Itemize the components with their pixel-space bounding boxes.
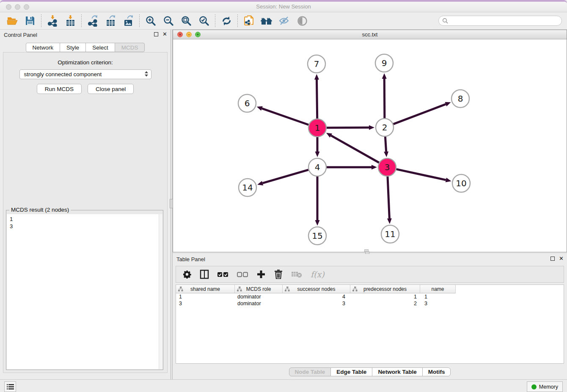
float-panel-icon[interactable] [550,257,555,261]
save-session-icon[interactable] [21,13,39,28]
column-header-shared-name[interactable]: shared name [176,285,235,293]
search-input[interactable] [448,18,561,24]
mcds-result-group: MCDS result (2 nodes) 1 3 [6,210,163,370]
close-panel-icon[interactable]: ✕ [162,32,167,37]
close-panel-icon[interactable]: ✕ [559,256,564,261]
float-panel-icon[interactable] [154,32,158,36]
export-network-icon[interactable] [84,13,102,28]
graph-edge-3-1[interactable] [326,133,379,163]
graph-edge-1-7[interactable] [314,74,319,119]
refresh-icon[interactable] [217,13,235,28]
column-header-mcds-role[interactable]: MCDS role [235,285,283,293]
svg-text:9: 9 [382,58,387,68]
network-canvas[interactable]: 1234678910111415 [173,39,567,252]
zoom-selected-icon[interactable] [195,13,213,28]
tab-network-table[interactable]: Network Table [372,367,422,376]
gear-icon[interactable] [183,270,191,279]
tab-network[interactable]: Network [26,43,61,52]
graph-edge-3-10[interactable] [396,169,451,182]
zoom-in-icon[interactable] [142,13,160,28]
export-image-icon[interactable] [119,13,137,28]
add-column-icon[interactable] [256,270,266,279]
node-table: shared name MCDS role successor nodes pr… [176,284,564,364]
column-header-name[interactable]: name [420,285,456,293]
graph-node-8[interactable]: 8 [451,90,469,108]
tab-edge-table[interactable]: Edge Table [330,367,372,376]
show-panels-icon[interactable] [293,13,311,28]
svg-text:8: 8 [458,94,463,104]
import-table-icon[interactable] [61,13,79,28]
graph-node-7[interactable]: 7 [308,55,325,73]
tab-node-table[interactable]: Node Table [289,367,331,376]
task-history-button[interactable] [4,381,16,392]
cell-name[interactable]: 3 [420,301,456,306]
cell-successor-nodes[interactable]: 3 [283,301,350,306]
search-box[interactable] [438,16,562,26]
svg-text:6: 6 [245,98,250,108]
svg-text:3: 3 [385,162,390,172]
zoom-out-icon[interactable] [160,13,177,28]
open-session-icon[interactable] [3,13,21,28]
graph-edge-2-8[interactable] [394,102,451,124]
home-icon[interactable] [258,13,275,28]
graph-edge-1-4[interactable] [315,137,320,157]
criterion-select[interactable]: strongly connected component [19,69,151,79]
close-panel-button[interactable]: Close panel [88,84,134,94]
graph-node-2[interactable]: 2 [376,119,394,136]
graph-edge-3-11[interactable] [387,177,392,224]
mcds-result-title: MCDS result (2 nodes) [9,207,71,213]
select-all-icon[interactable] [217,271,228,277]
graph-node-9[interactable]: 9 [375,54,393,72]
tree-icon [285,287,290,292]
column-header-successor-nodes[interactable]: successor nodes [283,285,350,293]
tab-select[interactable]: Select [85,43,115,52]
mcds-result-text[interactable]: 1 3 [7,214,162,369]
table-panel-header: Table Panel ✕ [173,254,567,265]
graph-node-6[interactable]: 6 [238,94,256,112]
graph-node-11[interactable]: 11 [381,225,399,243]
table-row[interactable]: 3 dominator 3 2 3 [176,300,564,307]
graph-node-10[interactable]: 10 [452,174,470,192]
network-window-titlebar[interactable]: ✕ − + scc.txt [173,30,567,39]
graph-edge-2-9[interactable] [382,73,387,118]
delete-column-icon[interactable] [274,270,283,279]
result-scrollbar[interactable] [159,214,162,369]
import-network-icon[interactable] [44,13,61,28]
cell-successor-nodes[interactable]: 4 [283,294,350,300]
graph-edge-1-6[interactable] [257,106,309,125]
new-network-from-selection-icon[interactable] [240,13,258,28]
tab-mcds[interactable]: MCDS [115,43,145,52]
graph-edge-4-15[interactable] [315,177,320,226]
cell-predecessor-nodes[interactable]: 1 [350,294,420,300]
memory-button[interactable]: Memory [527,381,563,392]
graph-node-4[interactable]: 4 [308,158,326,176]
export-table-icon[interactable] [102,13,119,28]
graph-node-15[interactable]: 15 [308,227,326,245]
hide-panels-icon[interactable] [275,13,293,28]
cell-shared-name[interactable]: 1 [176,294,235,300]
cell-predecessor-nodes[interactable]: 2 [350,301,420,306]
cell-name[interactable]: 1 [420,294,456,300]
cell-mcds-role[interactable]: dominator [235,294,283,300]
deselect-all-icon[interactable] [237,271,248,277]
cell-mcds-role[interactable]: dominator [235,301,283,306]
cell-shared-name[interactable]: 3 [176,301,235,306]
graph-edge-1-2[interactable] [327,125,374,130]
result-line: 3 [7,223,162,230]
column-header-predecessor-nodes[interactable]: predecessor nodes [350,285,420,293]
run-mcds-button[interactable]: Run MCDS [37,84,82,94]
graph-edge-4-14[interactable] [257,170,308,185]
column-view-icon[interactable] [200,270,209,279]
graph-node-14[interactable]: 14 [239,179,256,196]
zoom-fit-icon[interactable] [177,13,195,28]
tab-style[interactable]: Style [60,43,86,52]
graph-edge-2-3[interactable] [384,137,388,157]
graph-node-3[interactable]: 3 [378,158,396,176]
delete-table-icon[interactable] [291,271,302,278]
table-row[interactable]: 1 dominator 4 1 1 [176,293,564,300]
graph-edge-4-3[interactable] [327,165,377,170]
memory-label: Memory [539,384,558,390]
graph-node-1[interactable]: 1 [308,119,326,137]
function-builder-icon[interactable]: f(x) [311,270,325,279]
tab-motifs[interactable]: Motifs [422,367,451,376]
